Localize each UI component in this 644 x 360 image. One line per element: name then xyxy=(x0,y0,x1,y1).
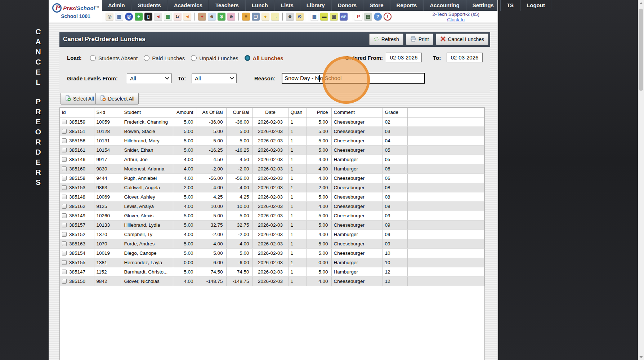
app-logo[interactable]: P PraxiSchoolTM School 1001 xyxy=(49,0,102,22)
menu-item-library[interactable]: Library xyxy=(300,0,331,11)
check-icon[interactable]: ▬ xyxy=(320,13,328,21)
menu-item-logout[interactable]: Logout xyxy=(520,0,551,11)
col-header-grade[interactable]: Grade xyxy=(383,108,407,117)
help-icon[interactable]: ? xyxy=(374,13,382,21)
family-icon[interactable]: ☻ xyxy=(227,13,235,21)
cell-date: 2026-02-03 xyxy=(252,276,288,286)
row-checkbox[interactable] xyxy=(62,204,67,209)
email-icon[interactable]: @ xyxy=(125,13,133,21)
add-student-icon[interactable]: + xyxy=(198,13,206,21)
col-header-as_of_bal[interactable]: As Of Bal xyxy=(197,108,226,117)
payments-icon[interactable]: $ xyxy=(218,13,225,21)
row-checkbox[interactable] xyxy=(62,241,67,246)
menu-item-students[interactable]: Students xyxy=(131,0,167,11)
col-header-comment[interactable]: Comment xyxy=(331,108,383,117)
calendar-green-icon[interactable]: ▦ xyxy=(164,13,172,21)
megaphone-icon[interactable]: ◄ xyxy=(183,13,191,21)
reason-input[interactable]: Snow Day - N o School xyxy=(282,73,425,84)
menu-item-lunch[interactable]: Lunch xyxy=(245,0,274,11)
row-checkbox[interactable] xyxy=(62,176,67,181)
col-header-student[interactable]: Student xyxy=(122,108,173,117)
cell-sid: 9830 xyxy=(94,164,122,173)
menu-item-reports[interactable]: Reports xyxy=(390,0,424,11)
radio-paid-lunches[interactable]: Paid Lunches xyxy=(144,55,185,61)
calendar-red-icon[interactable]: 17 xyxy=(174,13,182,21)
row-checkbox[interactable] xyxy=(62,260,67,265)
cancel-lunches-button[interactable]: Cancel Lunches xyxy=(436,34,488,45)
print-checks-icon[interactable]: ▣ xyxy=(330,13,338,21)
row-checkbox[interactable] xyxy=(62,129,67,134)
cell-date: 2026-02-03 xyxy=(252,173,288,183)
menu-item-settings[interactable]: Settings xyxy=(466,0,500,11)
table-row: 3851539863Caldwell, Angela2.00-4.00-4.00… xyxy=(60,183,484,192)
row-checkbox[interactable] xyxy=(62,185,67,190)
row-checkbox[interactable] xyxy=(62,232,67,237)
refresh-button[interactable]: Refresh xyxy=(369,34,403,45)
speaker-icon[interactable]: ◄ xyxy=(154,13,162,21)
col-header-quan[interactable]: Quan xyxy=(288,108,307,117)
row-checkbox[interactable] xyxy=(62,195,67,199)
ordered-from-label: Ordered From: xyxy=(340,55,383,61)
report-grid-icon[interactable]: ▦ xyxy=(310,13,318,21)
clock-in-link[interactable]: Clock In xyxy=(447,17,465,22)
row-checkbox[interactable] xyxy=(62,148,67,152)
select-all-button[interactable]: Select All xyxy=(61,93,98,105)
search-icon[interactable]: ◎ xyxy=(106,13,113,21)
menu-item-ts[interactable]: TS xyxy=(500,0,520,11)
col-header-id[interactable]: id xyxy=(60,108,94,117)
calendar-grid-icon[interactable]: ▦ xyxy=(115,13,123,21)
menu-item-academics[interactable]: Academics xyxy=(167,0,209,11)
col-header-cur_bal[interactable]: Cur Bal xyxy=(226,108,252,117)
menu-item-accounting[interactable]: Accounting xyxy=(423,0,466,11)
time-clock-icon[interactable]: ⊙ xyxy=(296,13,304,21)
print-button[interactable]: Print xyxy=(406,34,433,45)
radio-unpaid-lunches[interactable]: Unpaid Lunches xyxy=(191,55,238,61)
menu-item-store[interactable]: Store xyxy=(363,0,390,11)
ordered-to-input[interactable]: 02-03-2026 xyxy=(447,53,483,62)
chat-icon[interactable]: + xyxy=(135,13,143,21)
scroll-up-button[interactable] xyxy=(638,0,644,6)
deselect-all-button[interactable]: Deselect All xyxy=(95,93,139,105)
row-checkbox[interactable] xyxy=(62,166,67,171)
alert-icon[interactable]: ! xyxy=(384,13,392,21)
row-checkbox[interactable] xyxy=(62,279,67,284)
grade-to-select[interactable]: All xyxy=(192,74,237,83)
menu-item-admin[interactable]: Admin xyxy=(102,0,131,11)
cell-grade: 03 xyxy=(383,126,407,136)
menu-item-teachers[interactable]: Teachers xyxy=(209,0,245,11)
col-header-price[interactable]: Price xyxy=(307,108,331,117)
col-header-date[interactable]: Date xyxy=(252,108,288,117)
grade-from-select[interactable]: All xyxy=(127,74,172,83)
phone-icon[interactable]: ▯ xyxy=(144,13,152,21)
row-checkbox[interactable] xyxy=(62,251,67,255)
cell-date: 2026-02-03 xyxy=(252,248,288,258)
scroll-down-button[interactable] xyxy=(638,354,644,360)
lunch-icon[interactable]: ≡ xyxy=(242,13,250,21)
row-checkbox[interactable] xyxy=(62,138,67,143)
row-checkbox[interactable] xyxy=(62,120,67,124)
cell-id: 385155 xyxy=(60,258,94,267)
col-header-filler xyxy=(407,108,484,117)
col-header-amount[interactable]: Amount xyxy=(173,108,197,117)
ap-badge-icon[interactable]: A/P xyxy=(340,13,348,21)
ordered-from-input[interactable]: 02-03-2026 xyxy=(386,53,422,62)
radio-students-absent[interactable]: Students Absent xyxy=(90,55,138,61)
radio-all-lunches[interactable]: All Lunches xyxy=(245,55,283,61)
row-checkbox[interactable] xyxy=(62,157,67,162)
staff-icon[interactable]: ☻ xyxy=(286,13,294,21)
student-icon[interactable]: ☻ xyxy=(208,13,216,21)
vertical-scrollbar[interactable] xyxy=(638,0,644,360)
scrollbar-thumb[interactable] xyxy=(639,9,643,91)
lunch-account-icon[interactable]: ▢ xyxy=(252,13,260,21)
row-checkbox[interactable] xyxy=(62,213,67,218)
cash-register-icon[interactable]: ▤ xyxy=(364,13,372,21)
pdf-icon[interactable]: P xyxy=(354,13,362,21)
bell-icon[interactable]: ● xyxy=(261,13,269,21)
row-checkbox[interactable] xyxy=(62,270,67,274)
row-checkbox[interactable] xyxy=(62,223,67,227)
menu-item-lists[interactable]: Lists xyxy=(274,0,300,11)
menu-item-donors[interactable]: Donors xyxy=(331,0,363,11)
send-note-icon[interactable]: → xyxy=(271,13,279,21)
col-header-sid[interactable]: S-Id xyxy=(94,108,122,117)
load-label: Load: xyxy=(67,55,82,61)
